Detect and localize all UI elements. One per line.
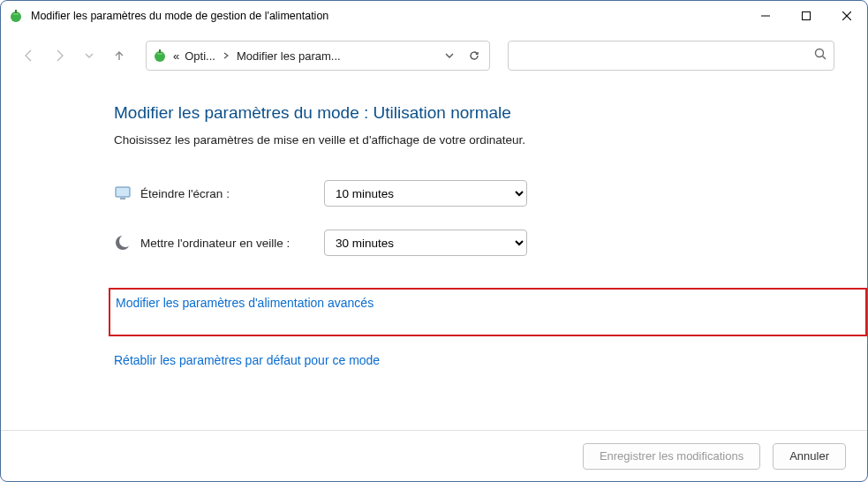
window-frame: Modifier les paramètres du mode de gesti…	[0, 0, 868, 482]
svg-rect-7	[159, 49, 161, 53]
maximize-button[interactable]	[786, 1, 826, 31]
forward-button[interactable]	[47, 43, 72, 68]
titlebar: Modifier les paramètres du mode de gesti…	[1, 1, 867, 31]
minimize-button[interactable]	[745, 1, 786, 31]
monitor-icon	[114, 185, 132, 202]
svg-rect-1	[15, 10, 17, 13]
svg-point-13	[119, 235, 132, 247]
window-title: Modifier les paramètres du mode de gesti…	[31, 10, 745, 22]
toolbar: « Opti... Modifier les param...	[1, 31, 867, 80]
control-panel-icon	[152, 48, 168, 64]
moon-icon	[114, 234, 132, 252]
content-area: Modifier les paramètres du mode : Utilis…	[1, 80, 867, 430]
highlight-box: Modifier les paramètres d'alimentation a…	[109, 288, 867, 336]
sleep-label: Mettre l'ordinateur en veille :	[140, 237, 324, 250]
search-icon	[814, 48, 826, 64]
svg-rect-11	[120, 198, 125, 200]
page-title: Modifier les paramètres du mode : Utilis…	[114, 103, 867, 123]
svg-rect-3	[803, 12, 811, 20]
reset-defaults-link[interactable]: Rétablir les paramètres par défaut pour …	[114, 353, 380, 367]
sleep-select[interactable]: 30 minutes	[324, 230, 527, 256]
back-button[interactable]	[17, 43, 42, 68]
links-section: Modifier les paramètres d'alimentation a…	[114, 288, 867, 387]
window-controls	[745, 1, 867, 31]
breadcrumb-separator-icon	[221, 52, 231, 59]
svg-rect-10	[116, 187, 130, 197]
setting-row-display: Éteindre l'écran : 10 minutes	[114, 180, 867, 207]
display-off-label: Éteindre l'écran :	[140, 187, 324, 200]
svg-line-9	[823, 56, 826, 60]
search-input[interactable]	[516, 49, 814, 64]
breadcrumb-item-1[interactable]: Opti...	[185, 49, 215, 63]
up-button[interactable]	[107, 43, 132, 68]
setting-row-sleep: Mettre l'ordinateur en veille : 30 minut…	[114, 230, 867, 256]
breadcrumb-item-2[interactable]: Modifier les param...	[237, 49, 341, 63]
address-dropdown-button[interactable]	[440, 46, 459, 65]
svg-point-8	[816, 49, 824, 57]
breadcrumb-prefix: «	[173, 49, 179, 63]
display-off-select[interactable]: 10 minutes	[324, 180, 527, 207]
advanced-settings-link[interactable]: Modifier les paramètres d'alimentation a…	[116, 296, 374, 310]
power-plan-icon	[8, 8, 24, 24]
save-button[interactable]: Enregistrer les modifications	[583, 443, 760, 470]
page-subtitle: Choisissez les paramètres de mise en vei…	[114, 133, 867, 147]
search-box[interactable]	[508, 41, 834, 71]
close-button[interactable]	[826, 1, 867, 31]
recent-locations-button[interactable]	[77, 43, 102, 68]
address-bar[interactable]: « Opti... Modifier les param...	[146, 41, 490, 71]
footer: Enregistrer les modifications Annuler	[1, 430, 867, 481]
refresh-button[interactable]	[464, 46, 484, 65]
cancel-button[interactable]: Annuler	[773, 443, 846, 470]
